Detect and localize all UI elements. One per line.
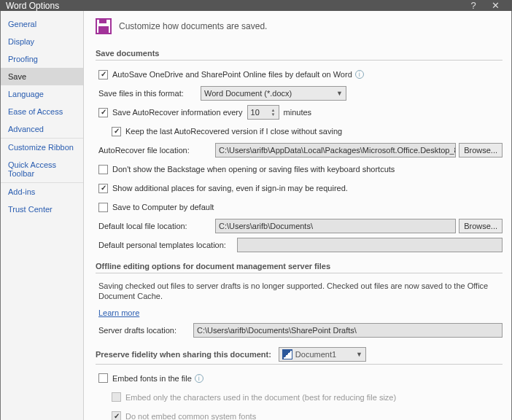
label-format: Save files in this format: bbox=[98, 89, 201, 98]
row-autorecover: Save AutoRecover information every 10 ▲▼… bbox=[98, 105, 503, 120]
checkbox-save-computer[interactable] bbox=[98, 203, 108, 212]
row-default-location: Default local file location: C:\Users\ar… bbox=[98, 219, 503, 233]
section-offline: Offline editing options for document man… bbox=[96, 259, 503, 273]
sidebar-item-language[interactable]: Language bbox=[1, 85, 83, 103]
learn-more-link[interactable]: Learn more bbox=[98, 308, 139, 317]
sidebar-item-customize-ribbon[interactable]: Customize Ribbon bbox=[1, 138, 83, 156]
label-templates-location: Default personal templates location: bbox=[98, 241, 237, 249]
input-ar-location[interactable]: C:\Users\arifb\AppData\Local\Packages\Mi… bbox=[215, 143, 456, 158]
checkbox-additional-places[interactable] bbox=[98, 184, 108, 193]
label-no-backstage: Don't show the Backstage when opening or… bbox=[112, 165, 395, 174]
page-heading-row: Customize how documents are saved. bbox=[96, 18, 503, 34]
checkbox-no-backstage[interactable] bbox=[98, 165, 108, 174]
input-default-location[interactable]: C:\Users\arifb\Documents\ bbox=[215, 219, 456, 233]
chevron-down-icon: ▼ bbox=[336, 90, 343, 97]
word-options-dialog: Word Options ? ✕ General Display Proofin… bbox=[0, 0, 512, 420]
sidebar-item-save[interactable]: Save bbox=[1, 68, 83, 85]
row-ar-location: AutoRecover file location: C:\Users\arif… bbox=[98, 143, 503, 158]
input-templates-location[interactable] bbox=[237, 238, 503, 252]
checkbox-embed-only bbox=[112, 392, 121, 402]
checkbox-autosave[interactable] bbox=[98, 70, 108, 79]
offline-note: Saving checked out files to server draft… bbox=[98, 281, 503, 302]
checkbox-autorecover[interactable] bbox=[98, 108, 108, 117]
row-templates-location: Default personal templates location: bbox=[98, 238, 503, 252]
row-autosave: AutoSave OneDrive and SharePoint Online … bbox=[98, 67, 503, 82]
label-keep-last: Keep the last AutoRecovered version if I… bbox=[125, 127, 342, 136]
spinner-autorecover-minutes[interactable]: 10 ▲▼ bbox=[247, 105, 279, 120]
category-sidebar: General Display Proofing Save Language E… bbox=[1, 11, 84, 420]
select-file-format-value: Word Document (*.docx) bbox=[204, 89, 292, 98]
word-doc-icon bbox=[282, 349, 292, 359]
label-ar-location: AutoRecover file location: bbox=[98, 146, 215, 155]
checkbox-embed-fonts[interactable] bbox=[98, 373, 108, 383]
section-fidelity: Preserve fidelity when sharing this docu… bbox=[96, 344, 503, 365]
label-default-location: Default local file location: bbox=[98, 222, 215, 230]
browse-ar-button[interactable]: Browse... bbox=[459, 143, 503, 158]
checkbox-no-common bbox=[112, 411, 121, 420]
title-bar: Word Options ? ✕ bbox=[0, 0, 512, 11]
spinner-arrows-icon: ▲▼ bbox=[271, 108, 276, 117]
content-pane: Customize how documents are saved. Save … bbox=[84, 11, 511, 420]
label-autorecover-unit: minutes bbox=[284, 108, 312, 117]
row-additional-places: Show additional places for saving, even … bbox=[98, 181, 503, 195]
section-fidelity-title: Preserve fidelity when sharing this docu… bbox=[96, 350, 271, 359]
help-button[interactable]: ? bbox=[462, 0, 484, 11]
row-embed-fonts: Embed fonts in the file i bbox=[98, 371, 503, 386]
spinner-value: 10 bbox=[251, 108, 260, 117]
svg-rect-1 bbox=[99, 19, 106, 23]
row-no-common: Do not embed common system fonts bbox=[112, 409, 503, 420]
select-file-format[interactable]: Word Document (*.docx) ▼ bbox=[201, 86, 346, 101]
row-format: Save files in this format: Word Document… bbox=[98, 86, 503, 101]
sidebar-item-general[interactable]: General bbox=[1, 15, 83, 33]
select-document[interactable]: Document1 ▼ bbox=[279, 347, 366, 362]
section-save-documents: Save documents bbox=[96, 46, 503, 61]
svg-rect-2 bbox=[98, 26, 109, 33]
info-icon[interactable]: i bbox=[195, 374, 203, 383]
browse-default-button[interactable]: Browse... bbox=[459, 219, 503, 233]
sidebar-item-proofing[interactable]: Proofing bbox=[1, 50, 83, 68]
row-no-backstage: Don't show the Backstage when opening or… bbox=[98, 162, 503, 176]
info-icon[interactable]: i bbox=[355, 70, 364, 79]
chevron-down-icon: ▼ bbox=[356, 351, 362, 358]
row-keep-last: Keep the last AutoRecovered version if I… bbox=[112, 124, 503, 139]
sidebar-item-advanced[interactable]: Advanced bbox=[1, 120, 83, 138]
label-no-common: Do not embed common system fonts bbox=[125, 412, 256, 420]
label-embed-fonts: Embed fonts in the file bbox=[112, 374, 192, 383]
label-embed-only: Embed only the characters used in the do… bbox=[125, 393, 396, 402]
close-button[interactable]: ✕ bbox=[484, 0, 506, 11]
save-disk-icon bbox=[96, 18, 112, 34]
sidebar-item-add-ins[interactable]: Add-ins bbox=[1, 182, 83, 201]
dialog-body: General Display Proofing Save Language E… bbox=[0, 11, 512, 420]
select-document-value: Document1 bbox=[295, 350, 336, 359]
sidebar-item-quick-access-toolbar[interactable]: Quick Access Toolbar bbox=[1, 156, 83, 182]
checkbox-keep-last[interactable] bbox=[112, 127, 121, 136]
sidebar-item-trust-center[interactable]: Trust Center bbox=[1, 201, 83, 218]
row-save-computer: Save to Computer by default bbox=[98, 200, 503, 214]
label-autorecover: Save AutoRecover information every bbox=[112, 108, 243, 117]
window-title: Word Options bbox=[6, 1, 462, 11]
row-server-drafts: Server drafts location: C:\Users\arifb\D… bbox=[98, 323, 503, 338]
sidebar-item-ease-of-access[interactable]: Ease of Access bbox=[1, 103, 83, 120]
row-embed-only: Embed only the characters used in the do… bbox=[112, 390, 503, 405]
label-save-computer: Save to Computer by default bbox=[112, 203, 214, 211]
sidebar-item-display[interactable]: Display bbox=[1, 33, 83, 50]
page-heading: Customize how documents are saved. bbox=[119, 21, 267, 31]
input-server-drafts[interactable]: C:\Users\arifb\Documents\SharePoint Draf… bbox=[193, 323, 503, 338]
label-server-drafts: Server drafts location: bbox=[98, 326, 193, 335]
label-additional-places: Show additional places for saving, even … bbox=[112, 184, 348, 192]
label-autosave: AutoSave OneDrive and SharePoint Online … bbox=[112, 70, 352, 79]
